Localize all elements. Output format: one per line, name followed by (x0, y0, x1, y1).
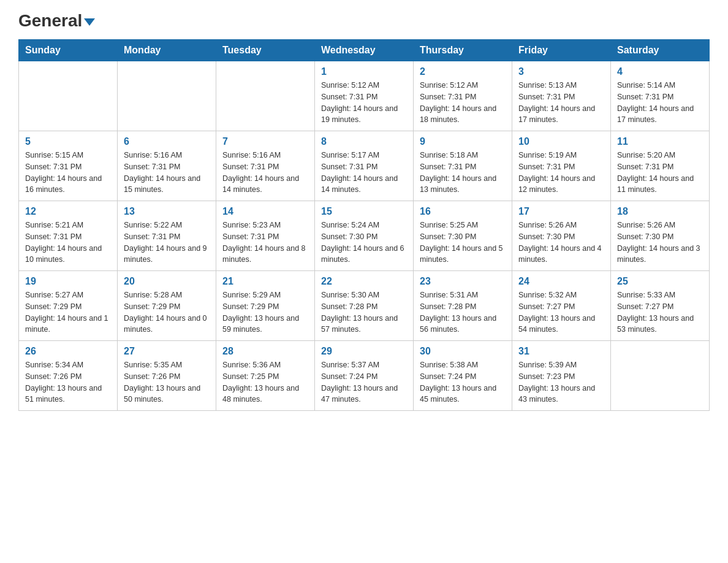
day-info: Sunrise: 5:16 AM Sunset: 7:31 PM Dayligh… (124, 150, 210, 196)
calendar-cell: 9Sunrise: 5:18 AM Sunset: 7:31 PM Daylig… (414, 131, 512, 201)
day-number: 20 (124, 276, 210, 287)
day-number: 24 (518, 276, 604, 287)
calendar-table: SundayMondayTuesdayWednesdayThursdayFrid… (18, 39, 710, 411)
calendar-cell: 30Sunrise: 5:38 AM Sunset: 7:24 PM Dayli… (414, 341, 512, 411)
day-number: 4 (617, 66, 703, 77)
day-number: 26 (25, 346, 111, 357)
calendar-cell: 16Sunrise: 5:25 AM Sunset: 7:30 PM Dayli… (414, 201, 512, 271)
calendar-cell: 28Sunrise: 5:36 AM Sunset: 7:25 PM Dayli… (216, 341, 315, 411)
day-info: Sunrise: 5:37 AM Sunset: 7:24 PM Dayligh… (321, 359, 407, 405)
calendar-cell (118, 61, 216, 131)
day-info: Sunrise: 5:34 AM Sunset: 7:26 PM Dayligh… (25, 359, 111, 405)
day-number: 6 (124, 136, 210, 147)
day-info: Sunrise: 5:28 AM Sunset: 7:29 PM Dayligh… (124, 289, 210, 335)
week-row-2: 5Sunrise: 5:15 AM Sunset: 7:31 PM Daylig… (19, 131, 710, 201)
calendar-cell: 23Sunrise: 5:31 AM Sunset: 7:28 PM Dayli… (414, 271, 512, 341)
header-day-thursday: Thursday (414, 40, 512, 61)
day-number: 17 (518, 206, 604, 217)
day-info: Sunrise: 5:36 AM Sunset: 7:25 PM Dayligh… (222, 359, 308, 405)
day-info: Sunrise: 5:17 AM Sunset: 7:31 PM Dayligh… (321, 150, 407, 196)
day-number: 11 (617, 136, 703, 147)
calendar-cell: 4Sunrise: 5:14 AM Sunset: 7:31 PM Daylig… (611, 61, 710, 131)
day-info: Sunrise: 5:20 AM Sunset: 7:31 PM Dayligh… (617, 150, 703, 196)
calendar-cell (19, 61, 118, 131)
calendar-cell: 1Sunrise: 5:12 AM Sunset: 7:31 PM Daylig… (315, 61, 414, 131)
day-info: Sunrise: 5:39 AM Sunset: 7:23 PM Dayligh… (518, 359, 604, 405)
day-number: 25 (617, 276, 703, 287)
day-info: Sunrise: 5:31 AM Sunset: 7:28 PM Dayligh… (420, 289, 506, 335)
day-number: 29 (321, 346, 407, 357)
calendar-cell: 12Sunrise: 5:21 AM Sunset: 7:31 PM Dayli… (19, 201, 118, 271)
day-info: Sunrise: 5:12 AM Sunset: 7:31 PM Dayligh… (321, 80, 407, 126)
header-day-friday: Friday (512, 40, 611, 61)
day-info: Sunrise: 5:13 AM Sunset: 7:31 PM Dayligh… (518, 80, 604, 126)
week-row-5: 26Sunrise: 5:34 AM Sunset: 7:26 PM Dayli… (19, 341, 710, 411)
day-number: 15 (321, 206, 407, 217)
calendar-cell: 21Sunrise: 5:29 AM Sunset: 7:29 PM Dayli… (216, 271, 315, 341)
calendar-cell: 18Sunrise: 5:26 AM Sunset: 7:30 PM Dayli… (611, 201, 710, 271)
day-number: 3 (518, 66, 604, 77)
calendar-cell: 8Sunrise: 5:17 AM Sunset: 7:31 PM Daylig… (315, 131, 414, 201)
calendar-cell (611, 341, 710, 411)
header-day-saturday: Saturday (611, 40, 710, 61)
day-info: Sunrise: 5:14 AM Sunset: 7:31 PM Dayligh… (617, 80, 703, 126)
day-number: 28 (222, 346, 308, 357)
day-number: 27 (124, 346, 210, 357)
header-row: SundayMondayTuesdayWednesdayThursdayFrid… (19, 40, 710, 61)
day-number: 21 (222, 276, 308, 287)
day-info: Sunrise: 5:26 AM Sunset: 7:30 PM Dayligh… (518, 220, 604, 266)
day-info: Sunrise: 5:12 AM Sunset: 7:31 PM Dayligh… (420, 80, 506, 126)
calendar-cell: 14Sunrise: 5:23 AM Sunset: 7:31 PM Dayli… (216, 201, 315, 271)
day-info: Sunrise: 5:22 AM Sunset: 7:31 PM Dayligh… (124, 220, 210, 266)
day-number: 1 (321, 66, 407, 77)
calendar-cell: 24Sunrise: 5:32 AM Sunset: 7:27 PM Dayli… (512, 271, 611, 341)
calendar-cell: 19Sunrise: 5:27 AM Sunset: 7:29 PM Dayli… (19, 271, 118, 341)
day-info: Sunrise: 5:19 AM Sunset: 7:31 PM Dayligh… (518, 150, 604, 196)
day-number: 30 (420, 346, 506, 357)
calendar-cell: 26Sunrise: 5:34 AM Sunset: 7:26 PM Dayli… (19, 341, 118, 411)
day-info: Sunrise: 5:30 AM Sunset: 7:28 PM Dayligh… (321, 289, 407, 335)
calendar-cell: 29Sunrise: 5:37 AM Sunset: 7:24 PM Dayli… (315, 341, 414, 411)
calendar-cell: 15Sunrise: 5:24 AM Sunset: 7:30 PM Dayli… (315, 201, 414, 271)
day-number: 16 (420, 206, 506, 217)
day-info: Sunrise: 5:33 AM Sunset: 7:27 PM Dayligh… (617, 289, 703, 335)
day-info: Sunrise: 5:25 AM Sunset: 7:30 PM Dayligh… (420, 220, 506, 266)
day-number: 22 (321, 276, 407, 287)
calendar-cell: 31Sunrise: 5:39 AM Sunset: 7:23 PM Dayli… (512, 341, 611, 411)
day-info: Sunrise: 5:18 AM Sunset: 7:31 PM Dayligh… (420, 150, 506, 196)
day-number: 7 (222, 136, 308, 147)
header-day-sunday: Sunday (19, 40, 118, 61)
day-number: 13 (124, 206, 210, 217)
calendar-cell: 10Sunrise: 5:19 AM Sunset: 7:31 PM Dayli… (512, 131, 611, 201)
day-info: Sunrise: 5:15 AM Sunset: 7:31 PM Dayligh… (25, 150, 111, 196)
day-info: Sunrise: 5:21 AM Sunset: 7:31 PM Dayligh… (25, 220, 111, 266)
calendar-cell: 22Sunrise: 5:30 AM Sunset: 7:28 PM Dayli… (315, 271, 414, 341)
logo-general: General (18, 12, 95, 29)
day-number: 19 (25, 276, 111, 287)
calendar-header: SundayMondayTuesdayWednesdayThursdayFrid… (19, 40, 710, 61)
day-info: Sunrise: 5:23 AM Sunset: 7:31 PM Dayligh… (222, 220, 308, 266)
header-day-monday: Monday (118, 40, 216, 61)
week-row-1: 1Sunrise: 5:12 AM Sunset: 7:31 PM Daylig… (19, 61, 710, 131)
day-number: 2 (420, 66, 506, 77)
header-day-wednesday: Wednesday (315, 40, 414, 61)
logo: General (18, 12, 95, 27)
calendar-cell: 7Sunrise: 5:16 AM Sunset: 7:31 PM Daylig… (216, 131, 315, 201)
calendar-cell: 2Sunrise: 5:12 AM Sunset: 7:31 PM Daylig… (414, 61, 512, 131)
page-header: General (18, 12, 710, 27)
calendar-cell: 11Sunrise: 5:20 AM Sunset: 7:31 PM Dayli… (611, 131, 710, 201)
day-number: 10 (518, 136, 604, 147)
calendar-cell (216, 61, 315, 131)
calendar-cell: 20Sunrise: 5:28 AM Sunset: 7:29 PM Dayli… (118, 271, 216, 341)
calendar-cell: 17Sunrise: 5:26 AM Sunset: 7:30 PM Dayli… (512, 201, 611, 271)
day-number: 31 (518, 346, 604, 357)
day-number: 5 (25, 136, 111, 147)
day-number: 12 (25, 206, 111, 217)
day-info: Sunrise: 5:29 AM Sunset: 7:29 PM Dayligh… (222, 289, 308, 335)
day-number: 23 (420, 276, 506, 287)
day-info: Sunrise: 5:24 AM Sunset: 7:30 PM Dayligh… (321, 220, 407, 266)
week-row-4: 19Sunrise: 5:27 AM Sunset: 7:29 PM Dayli… (19, 271, 710, 341)
logo-arrow-icon (84, 18, 95, 26)
day-info: Sunrise: 5:26 AM Sunset: 7:30 PM Dayligh… (617, 220, 703, 266)
day-info: Sunrise: 5:16 AM Sunset: 7:31 PM Dayligh… (222, 150, 308, 196)
